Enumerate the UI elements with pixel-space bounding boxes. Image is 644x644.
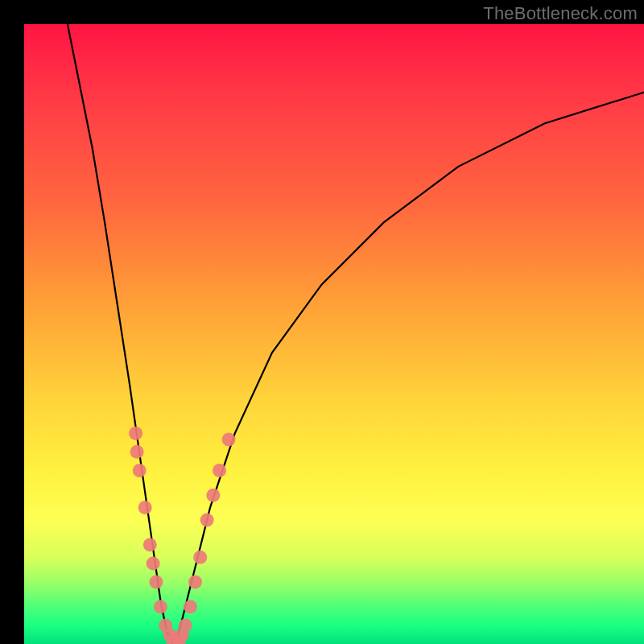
data-point [150, 576, 163, 589]
data-point [222, 432, 236, 446]
data-point [193, 551, 207, 564]
marker-group [129, 427, 236, 644]
data-point [213, 464, 226, 477]
data-point [188, 576, 202, 589]
data-point [138, 501, 152, 514]
data-point [179, 618, 192, 632]
data-point [130, 445, 144, 459]
data-point [143, 538, 157, 551]
curve-group [68, 24, 644, 644]
data-point [184, 600, 197, 613]
data-point [133, 464, 147, 477]
data-point [206, 489, 220, 502]
bottleneck-curve-svg [24, 24, 644, 644]
bottleneck-curve [68, 24, 644, 644]
chart-frame: TheBottleneck.com [0, 0, 644, 644]
data-point [154, 600, 167, 613]
data-point [147, 556, 160, 570]
plot-area [24, 24, 644, 644]
watermark-label: TheBottleneck.com [483, 3, 638, 24]
data-point [129, 427, 142, 440]
data-point [200, 514, 214, 527]
